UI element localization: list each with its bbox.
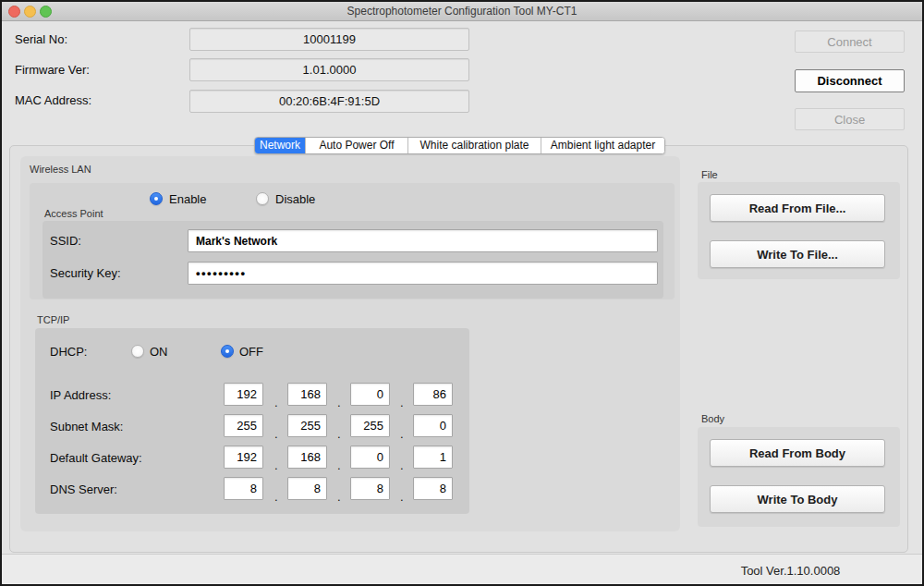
ip-dot-separator: .	[337, 458, 341, 472]
ip-dot-separator: .	[400, 490, 404, 504]
tool-version-text: Tool Ver.1.10.0008	[689, 564, 892, 578]
ip-dot-separator: .	[400, 458, 404, 472]
mac-address-field: 00:20:6B:4F:91:5D	[189, 90, 469, 113]
firmware-ver-field: 1.01.0000	[189, 58, 469, 81]
read-from-file-button[interactable]: Read From File...	[710, 194, 885, 222]
ip-dot-separator: .	[274, 490, 278, 504]
serial-no-label: Serial No:	[15, 33, 67, 46]
ip-address-octet-3[interactable]	[350, 383, 390, 406]
write-to-body-button[interactable]: Write To Body	[710, 485, 885, 513]
default-gateway-label: Default Gateway:	[50, 452, 142, 465]
connect-button[interactable]: Connect	[795, 31, 905, 53]
wlan-enable-radio[interactable]	[150, 192, 163, 205]
ip-dot-separator: .	[337, 427, 341, 441]
default-gateway-octet-4[interactable]	[413, 446, 453, 469]
dhcp-on-radio[interactable]	[131, 345, 144, 358]
tab-ambient-light-adapter[interactable]: Ambient light adapter	[541, 138, 664, 153]
tab-auto-power-off[interactable]: Auto Power Off	[305, 138, 407, 153]
write-to-file-button[interactable]: Write To File...	[710, 240, 885, 268]
ip-dot-separator: .	[337, 490, 341, 504]
subnet-mask-octet-3[interactable]	[350, 414, 390, 437]
ip-dot-separator: .	[274, 458, 278, 472]
ip-dot-separator: .	[400, 396, 404, 409]
wlan-disable-label: Disable	[275, 193, 315, 206]
disconnect-button[interactable]: Disconnect	[795, 69, 905, 92]
default-gateway-octet-3[interactable]	[350, 446, 390, 469]
dhcp-off-radio[interactable]	[221, 345, 234, 358]
dns-server-label: DNS Server:	[50, 483, 117, 496]
tab-white-calibration-plate[interactable]: White calibration plate	[407, 138, 541, 153]
ip-address-octet-4[interactable]	[413, 383, 453, 406]
mac-address-label: MAC Address:	[15, 94, 91, 107]
tab-bar: Network Auto Power Off White calibration…	[254, 137, 665, 154]
dhcp-on-label: ON	[150, 346, 168, 359]
ip-address-octet-2[interactable]	[287, 383, 327, 406]
ssid-label: SSID:	[50, 235, 81, 248]
footer-strip: Tool Ver.1.10.0008	[2, 554, 922, 584]
dhcp-label: DHCP:	[50, 346, 87, 359]
wlan-enable-label: Enable	[169, 193, 206, 206]
subnet-mask-label: Subnet Mask:	[50, 421, 124, 433]
tab-network[interactable]: Network	[255, 138, 305, 153]
wireless-lan-group-label: Wireless LAN	[30, 164, 91, 175]
subnet-mask-octet-1[interactable]	[224, 414, 263, 437]
ssid-input[interactable]	[188, 229, 658, 252]
ip-dot-separator: .	[274, 396, 278, 409]
wlan-disable-radio[interactable]	[256, 192, 269, 205]
default-gateway-octet-1[interactable]	[224, 446, 263, 469]
window-title: Spectrophotometer Configuration Tool MY-…	[2, 2, 922, 21]
serial-no-field: 10001199	[189, 28, 469, 51]
dns-server-octet-2[interactable]	[287, 477, 327, 500]
security-key-input[interactable]	[188, 262, 658, 285]
close-button[interactable]: Close	[795, 108, 905, 130]
dhcp-off-label: OFF	[239, 346, 263, 359]
subnet-mask-octet-2[interactable]	[287, 414, 327, 437]
ip-address-octet-1[interactable]	[224, 383, 263, 406]
dns-server-octet-1[interactable]	[224, 477, 263, 500]
title-bar: Spectrophotometer Configuration Tool MY-…	[2, 2, 922, 21]
default-gateway-octet-2[interactable]	[287, 446, 327, 469]
access-point-group-label: Access Point	[44, 208, 103, 219]
file-group-label: File	[701, 169, 718, 180]
body-group-label: Body	[701, 413, 724, 424]
tcpip-group-label: TCP/IP	[37, 314, 69, 325]
security-key-label: Security Key:	[50, 267, 121, 280]
ip-dot-separator: .	[274, 427, 278, 441]
firmware-ver-label: Firmware Ver:	[15, 64, 90, 77]
ip-address-label: IP Address:	[50, 389, 111, 402]
ip-dot-separator: .	[337, 396, 341, 409]
ip-dot-separator: .	[400, 427, 404, 441]
read-from-body-button[interactable]: Read From Body	[710, 439, 885, 467]
dns-server-octet-3[interactable]	[350, 477, 390, 500]
subnet-mask-octet-4[interactable]	[413, 414, 453, 437]
dns-server-octet-4[interactable]	[413, 477, 453, 500]
app-window: Spectrophotometer Configuration Tool MY-…	[0, 0, 924, 586]
